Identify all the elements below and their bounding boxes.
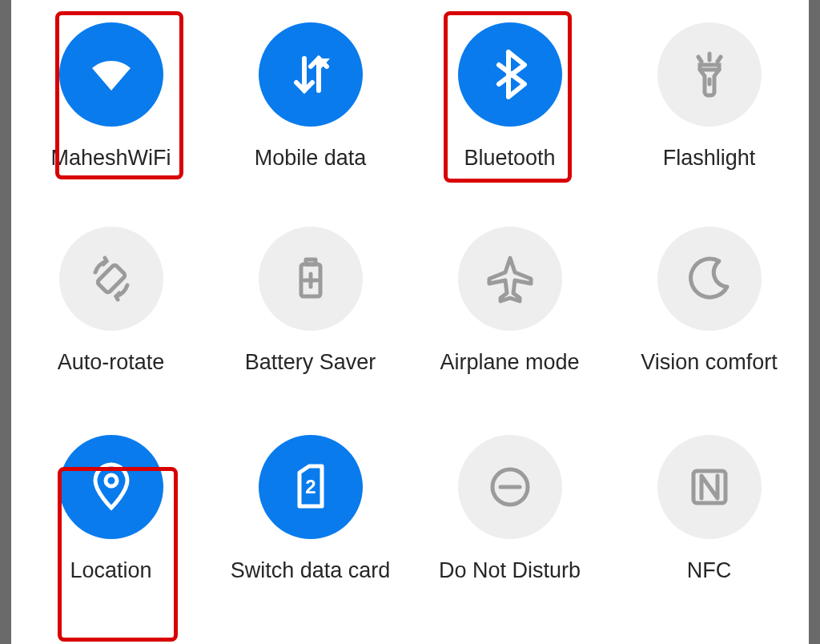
tile-location-toggle[interactable] [59, 435, 163, 539]
tile-auto-rotate-label: Auto-rotate [58, 350, 165, 375]
battery-saver-icon [285, 253, 336, 304]
tile-location[interactable]: Location [11, 413, 211, 644]
location-pin-icon [86, 461, 137, 513]
airplane-icon [484, 253, 536, 304]
tile-flashlight[interactable]: Flashlight [609, 0, 809, 204]
bluetooth-icon [484, 49, 536, 100]
svg-line-5 [698, 57, 701, 62]
svg-point-12 [106, 475, 117, 486]
tile-dnd[interactable]: Do Not Disturb [410, 413, 609, 644]
tile-flashlight-label: Flashlight [663, 146, 756, 171]
tile-dnd-label: Do Not Disturb [439, 558, 581, 583]
flashlight-icon [684, 49, 735, 100]
tile-wifi-label: MaheshWiFi [50, 146, 171, 171]
tile-sim-switch-toggle[interactable]: 2 [259, 435, 363, 539]
tile-wifi[interactable]: MaheshWiFi [11, 0, 211, 204]
tile-wifi-toggle[interactable] [59, 22, 163, 127]
sim-card-icon: 2 [285, 461, 336, 513]
tile-nfc-toggle[interactable] [657, 435, 762, 539]
nfc-icon [684, 461, 735, 513]
auto-rotate-icon [86, 253, 137, 304]
tile-airplane-label: Airplane mode [440, 350, 579, 375]
quick-settings-grid: MaheshWiFi Mobile data [11, 0, 809, 644]
tile-vision-comfort[interactable]: Vision comfort [609, 204, 809, 413]
tile-vision-comfort-label: Vision comfort [641, 350, 778, 375]
quick-settings-panel: MaheshWiFi Mobile data [11, 0, 809, 644]
tile-battery-saver-label: Battery Saver [245, 350, 376, 375]
tile-auto-rotate-toggle[interactable] [59, 227, 163, 331]
tile-sim-switch[interactable]: 2 Switch data card [211, 413, 410, 644]
svg-line-6 [718, 57, 721, 62]
tile-mobile-data-toggle[interactable] [259, 22, 363, 127]
tile-flashlight-toggle[interactable] [657, 22, 762, 127]
moon-icon [684, 253, 735, 304]
tile-mobile-data-label: Mobile data [255, 146, 367, 171]
tile-nfc-label: NFC [687, 558, 732, 583]
tile-airplane-toggle[interactable] [458, 227, 562, 331]
tile-bluetooth-label: Bluetooth [464, 146, 555, 171]
tile-sim-switch-label: Switch data card [231, 558, 391, 583]
tile-nfc[interactable]: NFC [609, 413, 809, 644]
tile-bluetooth-toggle[interactable] [458, 22, 562, 127]
tile-battery-saver[interactable]: Battery Saver [211, 204, 410, 413]
mobile-data-icon [285, 49, 336, 100]
svg-rect-7 [96, 264, 126, 294]
tile-airplane[interactable]: Airplane mode [410, 204, 609, 413]
tile-mobile-data[interactable]: Mobile data [211, 0, 410, 204]
svg-text:2: 2 [305, 476, 316, 497]
tile-vision-comfort-toggle[interactable] [657, 227, 762, 331]
wifi-icon [86, 49, 137, 100]
dnd-icon [484, 461, 536, 513]
tile-bluetooth[interactable]: Bluetooth [410, 0, 609, 204]
tile-dnd-toggle[interactable] [458, 435, 562, 539]
tile-auto-rotate[interactable]: Auto-rotate [11, 204, 211, 413]
svg-rect-9 [306, 260, 316, 264]
tile-location-label: Location [70, 558, 151, 583]
tile-battery-saver-toggle[interactable] [259, 227, 363, 331]
